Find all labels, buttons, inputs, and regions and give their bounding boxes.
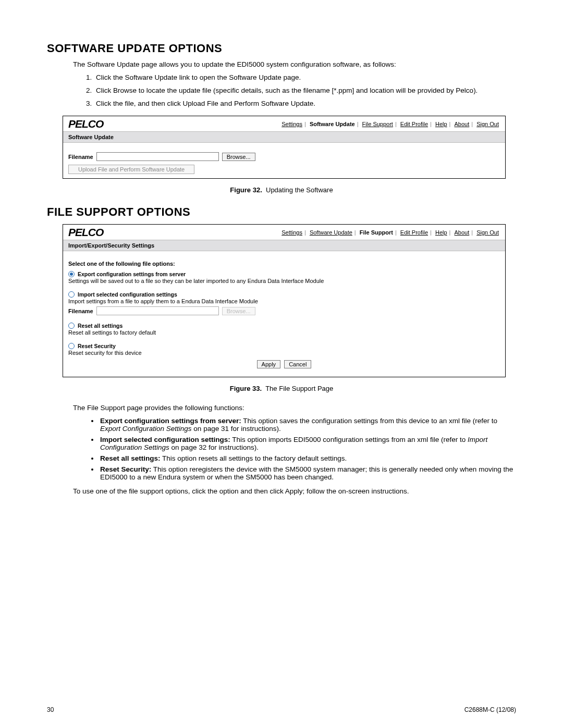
panel-title-bar-2: Import/Export/Security Settings: [63, 240, 505, 251]
nav-edit-profile[interactable]: Edit Profile: [400, 121, 428, 127]
option-reset-security[interactable]: Reset Security Reset security for this d…: [68, 343, 500, 356]
figure-33-panel: PELCO Settings| Software Update| File Su…: [63, 224, 506, 377]
nav-help[interactable]: Help: [435, 121, 447, 127]
filename-label: Filename: [68, 154, 93, 160]
upload-button[interactable]: Upload File and Perform Software Update: [68, 165, 194, 174]
filename-input[interactable]: [96, 152, 219, 161]
heading-software-update-options: Software Update Options: [47, 42, 516, 55]
page-number: 30: [47, 706, 54, 713]
nav2-about[interactable]: About: [455, 229, 470, 236]
figure-32-panel: PELCO Settings| Software Update| File Su…: [63, 116, 506, 179]
top-nav: Settings| Software Update| File Support|…: [280, 121, 500, 127]
nav-settings[interactable]: Settings: [282, 121, 302, 127]
heading-file-support-options: File Support Options: [47, 205, 516, 219]
filename-label-2: Filename: [68, 308, 93, 314]
option-export-desc: Settings will be saved out to a file so …: [68, 278, 500, 284]
bullet-reset-security: Reset Security: This option reregisters …: [99, 465, 516, 481]
option-import-title: Import selected configuration settings: [78, 291, 177, 298]
top-nav-2: Settings| Software Update| File Support|…: [280, 229, 500, 236]
figure-33-caption: Figure 33. The File Support Page: [47, 385, 516, 392]
radio-export-icon[interactable]: [68, 271, 75, 277]
pelco-logo: PELCO: [68, 118, 103, 130]
nav2-software-update[interactable]: Software Update: [310, 229, 352, 236]
option-reset-security-title: Reset Security: [78, 343, 116, 349]
doc-code: C2688M-C (12/08): [464, 706, 516, 713]
bullet-list: Export configuration settings from serve…: [99, 417, 516, 481]
radio-reset-security-icon[interactable]: [68, 343, 75, 349]
option-export[interactable]: Export configuration settings from serve…: [68, 271, 500, 284]
step-3: Click the file, and then click Upload Fi…: [94, 100, 516, 107]
cancel-button[interactable]: Cancel: [284, 360, 311, 368]
filename-input-2[interactable]: [96, 306, 219, 315]
nav-software-update[interactable]: Software Update: [310, 121, 355, 127]
panel-title-bar: Software Update: [63, 131, 505, 143]
apply-button[interactable]: Apply: [257, 360, 281, 368]
nav-file-support[interactable]: File Support: [362, 121, 393, 127]
nav2-sign-out[interactable]: Sign Out: [476, 229, 499, 236]
nav-sign-out[interactable]: Sign Out: [476, 121, 499, 127]
bullet-import: Import selected configuration settings: …: [99, 436, 516, 451]
select-heading: Select one of the following file options…: [68, 261, 500, 267]
radio-import-icon[interactable]: [68, 291, 75, 298]
file-support-intro: The File Support page provides the follo…: [73, 404, 516, 412]
browse-button-2[interactable]: Browse...: [222, 307, 255, 315]
option-reset-all[interactable]: Reset all settings Reset all settings to…: [68, 323, 500, 336]
steps-list: Click the Software Update link to open t…: [94, 73, 516, 107]
nav2-help[interactable]: Help: [435, 229, 447, 236]
step-1: Click the Software Update link to open t…: [94, 73, 516, 81]
option-export-title: Export configuration settings from serve…: [78, 271, 186, 277]
nav2-edit-profile[interactable]: Edit Profile: [400, 229, 428, 236]
option-import-desc: Import settings from a file to apply the…: [68, 298, 500, 304]
option-import[interactable]: Import selected configuration settings I…: [68, 291, 500, 315]
radio-reset-all-icon[interactable]: [68, 323, 75, 329]
nav2-file-support[interactable]: File Support: [360, 229, 393, 236]
option-reset-all-title: Reset all settings: [78, 323, 123, 329]
nav2-settings[interactable]: Settings: [282, 229, 302, 236]
option-reset-security-desc: Reset security for this device: [68, 350, 500, 356]
option-reset-all-desc: Reset all settings to factory default: [68, 329, 500, 336]
step-2: Click Browse to locate the update file (…: [94, 87, 516, 94]
pelco-logo-2: PELCO: [68, 226, 103, 239]
browse-button[interactable]: Browse...: [222, 153, 255, 161]
bullet-reset-all: Reset all settings: This option resets a…: [99, 454, 516, 462]
nav-about[interactable]: About: [455, 121, 470, 127]
figure-32-caption: Figure 32. Updating the Software: [47, 186, 516, 194]
closing-text: To use one of the file support options, …: [73, 487, 516, 495]
bullet-export: Export configuration settings from serve…: [99, 417, 516, 433]
intro-text: The Software Update page allows you to u…: [73, 60, 516, 68]
